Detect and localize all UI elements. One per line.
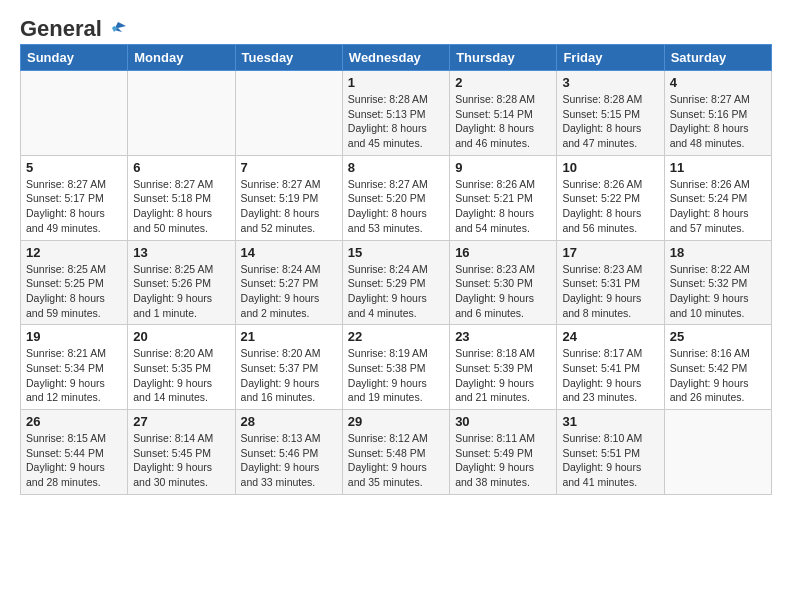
calendar-table: SundayMondayTuesdayWednesdayThursdayFrid… [20, 44, 772, 495]
day-cell-29: 29Sunrise: 8:12 AM Sunset: 5:48 PM Dayli… [342, 410, 449, 495]
day-cell-9: 9Sunrise: 8:26 AM Sunset: 5:21 PM Daylig… [450, 155, 557, 240]
day-info: Sunrise: 8:26 AM Sunset: 5:22 PM Dayligh… [562, 177, 658, 236]
day-number: 1 [348, 75, 444, 90]
empty-cell [128, 71, 235, 156]
day-info: Sunrise: 8:25 AM Sunset: 5:25 PM Dayligh… [26, 262, 122, 321]
day-info: Sunrise: 8:28 AM Sunset: 5:13 PM Dayligh… [348, 92, 444, 151]
day-cell-26: 26Sunrise: 8:15 AM Sunset: 5:44 PM Dayli… [21, 410, 128, 495]
weekday-sunday: Sunday [21, 45, 128, 71]
day-cell-4: 4Sunrise: 8:27 AM Sunset: 5:16 PM Daylig… [664, 71, 771, 156]
day-info: Sunrise: 8:20 AM Sunset: 5:35 PM Dayligh… [133, 346, 229, 405]
day-info: Sunrise: 8:16 AM Sunset: 5:42 PM Dayligh… [670, 346, 766, 405]
empty-cell [21, 71, 128, 156]
day-info: Sunrise: 8:24 AM Sunset: 5:27 PM Dayligh… [241, 262, 337, 321]
day-cell-24: 24Sunrise: 8:17 AM Sunset: 5:41 PM Dayli… [557, 325, 664, 410]
week-row-1: 1Sunrise: 8:28 AM Sunset: 5:13 PM Daylig… [21, 71, 772, 156]
day-cell-18: 18Sunrise: 8:22 AM Sunset: 5:32 PM Dayli… [664, 240, 771, 325]
day-info: Sunrise: 8:27 AM Sunset: 5:20 PM Dayligh… [348, 177, 444, 236]
day-info: Sunrise: 8:28 AM Sunset: 5:15 PM Dayligh… [562, 92, 658, 151]
day-cell-1: 1Sunrise: 8:28 AM Sunset: 5:13 PM Daylig… [342, 71, 449, 156]
day-cell-30: 30Sunrise: 8:11 AM Sunset: 5:49 PM Dayli… [450, 410, 557, 495]
day-number: 30 [455, 414, 551, 429]
day-cell-6: 6Sunrise: 8:27 AM Sunset: 5:18 PM Daylig… [128, 155, 235, 240]
weekday-wednesday: Wednesday [342, 45, 449, 71]
day-number: 9 [455, 160, 551, 175]
day-info: Sunrise: 8:23 AM Sunset: 5:31 PM Dayligh… [562, 262, 658, 321]
day-number: 13 [133, 245, 229, 260]
day-cell-27: 27Sunrise: 8:14 AM Sunset: 5:45 PM Dayli… [128, 410, 235, 495]
weekday-friday: Friday [557, 45, 664, 71]
day-number: 10 [562, 160, 658, 175]
day-number: 8 [348, 160, 444, 175]
day-cell-5: 5Sunrise: 8:27 AM Sunset: 5:17 PM Daylig… [21, 155, 128, 240]
day-number: 6 [133, 160, 229, 175]
day-info: Sunrise: 8:18 AM Sunset: 5:39 PM Dayligh… [455, 346, 551, 405]
weekday-tuesday: Tuesday [235, 45, 342, 71]
day-number: 31 [562, 414, 658, 429]
day-cell-28: 28Sunrise: 8:13 AM Sunset: 5:46 PM Dayli… [235, 410, 342, 495]
day-number: 4 [670, 75, 766, 90]
day-number: 16 [455, 245, 551, 260]
day-info: Sunrise: 8:25 AM Sunset: 5:26 PM Dayligh… [133, 262, 229, 321]
day-cell-14: 14Sunrise: 8:24 AM Sunset: 5:27 PM Dayli… [235, 240, 342, 325]
day-number: 25 [670, 329, 766, 344]
day-info: Sunrise: 8:23 AM Sunset: 5:30 PM Dayligh… [455, 262, 551, 321]
day-cell-7: 7Sunrise: 8:27 AM Sunset: 5:19 PM Daylig… [235, 155, 342, 240]
day-cell-15: 15Sunrise: 8:24 AM Sunset: 5:29 PM Dayli… [342, 240, 449, 325]
day-cell-20: 20Sunrise: 8:20 AM Sunset: 5:35 PM Dayli… [128, 325, 235, 410]
weekday-saturday: Saturday [664, 45, 771, 71]
day-number: 27 [133, 414, 229, 429]
day-cell-22: 22Sunrise: 8:19 AM Sunset: 5:38 PM Dayli… [342, 325, 449, 410]
day-cell-31: 31Sunrise: 8:10 AM Sunset: 5:51 PM Dayli… [557, 410, 664, 495]
week-row-4: 19Sunrise: 8:21 AM Sunset: 5:34 PM Dayli… [21, 325, 772, 410]
logo: General [20, 16, 126, 36]
day-number: 20 [133, 329, 229, 344]
day-number: 21 [241, 329, 337, 344]
day-number: 26 [26, 414, 122, 429]
day-number: 14 [241, 245, 337, 260]
page-header: General [0, 0, 792, 44]
day-number: 28 [241, 414, 337, 429]
day-number: 3 [562, 75, 658, 90]
day-number: 2 [455, 75, 551, 90]
day-info: Sunrise: 8:14 AM Sunset: 5:45 PM Dayligh… [133, 431, 229, 490]
day-info: Sunrise: 8:17 AM Sunset: 5:41 PM Dayligh… [562, 346, 658, 405]
week-row-3: 12Sunrise: 8:25 AM Sunset: 5:25 PM Dayli… [21, 240, 772, 325]
day-cell-23: 23Sunrise: 8:18 AM Sunset: 5:39 PM Dayli… [450, 325, 557, 410]
day-cell-19: 19Sunrise: 8:21 AM Sunset: 5:34 PM Dayli… [21, 325, 128, 410]
day-info: Sunrise: 8:20 AM Sunset: 5:37 PM Dayligh… [241, 346, 337, 405]
day-info: Sunrise: 8:24 AM Sunset: 5:29 PM Dayligh… [348, 262, 444, 321]
day-cell-3: 3Sunrise: 8:28 AM Sunset: 5:15 PM Daylig… [557, 71, 664, 156]
day-info: Sunrise: 8:22 AM Sunset: 5:32 PM Dayligh… [670, 262, 766, 321]
day-info: Sunrise: 8:27 AM Sunset: 5:17 PM Dayligh… [26, 177, 122, 236]
day-info: Sunrise: 8:21 AM Sunset: 5:34 PM Dayligh… [26, 346, 122, 405]
logo-bird-icon [104, 18, 126, 40]
empty-cell [235, 71, 342, 156]
weekday-monday: Monday [128, 45, 235, 71]
day-number: 17 [562, 245, 658, 260]
day-number: 19 [26, 329, 122, 344]
weekday-header-row: SundayMondayTuesdayWednesdayThursdayFrid… [21, 45, 772, 71]
day-cell-17: 17Sunrise: 8:23 AM Sunset: 5:31 PM Dayli… [557, 240, 664, 325]
logo-general: General [20, 16, 102, 42]
day-info: Sunrise: 8:11 AM Sunset: 5:49 PM Dayligh… [455, 431, 551, 490]
day-number: 18 [670, 245, 766, 260]
day-info: Sunrise: 8:15 AM Sunset: 5:44 PM Dayligh… [26, 431, 122, 490]
day-number: 23 [455, 329, 551, 344]
day-info: Sunrise: 8:27 AM Sunset: 5:18 PM Dayligh… [133, 177, 229, 236]
day-info: Sunrise: 8:26 AM Sunset: 5:21 PM Dayligh… [455, 177, 551, 236]
day-cell-2: 2Sunrise: 8:28 AM Sunset: 5:14 PM Daylig… [450, 71, 557, 156]
day-number: 5 [26, 160, 122, 175]
day-info: Sunrise: 8:26 AM Sunset: 5:24 PM Dayligh… [670, 177, 766, 236]
day-cell-10: 10Sunrise: 8:26 AM Sunset: 5:22 PM Dayli… [557, 155, 664, 240]
day-cell-16: 16Sunrise: 8:23 AM Sunset: 5:30 PM Dayli… [450, 240, 557, 325]
day-cell-8: 8Sunrise: 8:27 AM Sunset: 5:20 PM Daylig… [342, 155, 449, 240]
day-info: Sunrise: 8:27 AM Sunset: 5:19 PM Dayligh… [241, 177, 337, 236]
day-info: Sunrise: 8:19 AM Sunset: 5:38 PM Dayligh… [348, 346, 444, 405]
week-row-5: 26Sunrise: 8:15 AM Sunset: 5:44 PM Dayli… [21, 410, 772, 495]
day-number: 11 [670, 160, 766, 175]
day-cell-13: 13Sunrise: 8:25 AM Sunset: 5:26 PM Dayli… [128, 240, 235, 325]
empty-cell [664, 410, 771, 495]
day-cell-11: 11Sunrise: 8:26 AM Sunset: 5:24 PM Dayli… [664, 155, 771, 240]
day-cell-12: 12Sunrise: 8:25 AM Sunset: 5:25 PM Dayli… [21, 240, 128, 325]
